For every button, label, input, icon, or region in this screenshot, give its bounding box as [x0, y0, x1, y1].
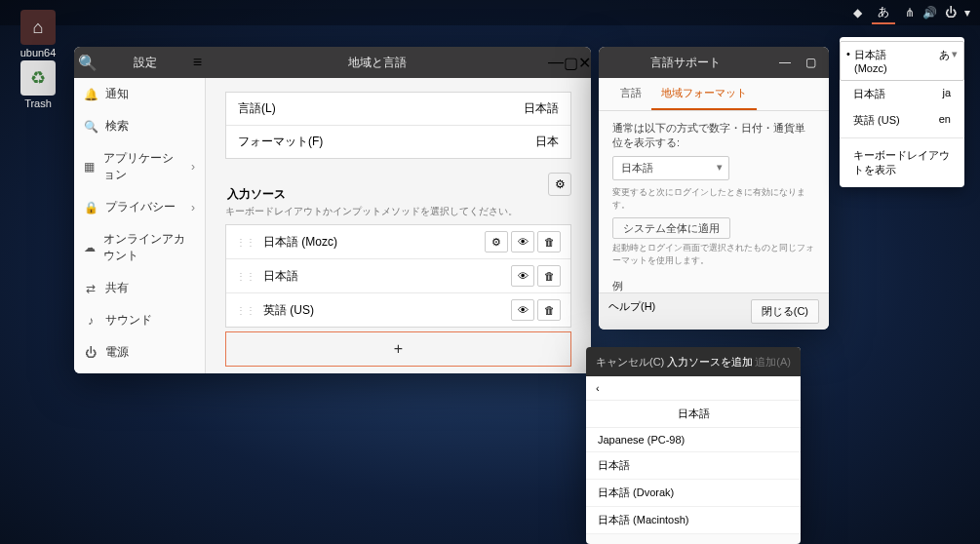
drag-handle-icon[interactable]: ⋮⋮ — [236, 305, 255, 316]
input-source-row: ⋮⋮日本語 (Mozc)⚙👁🗑 — [226, 225, 570, 259]
delete-button[interactable]: 🗑 — [537, 299, 561, 321]
settings-main: 言語(L) 日本語 フォーマット(F) 日本 入力ソース キーボードレイアウトか… — [206, 78, 591, 373]
im-label: 日本語 (Mozc) — [854, 48, 910, 74]
sidebar-icon: ▦ — [84, 160, 96, 174]
input-sources-list: ⋮⋮日本語 (Mozc)⚙👁🗑⋮⋮日本語👁🗑⋮⋮英語 (US)👁🗑 — [225, 224, 571, 328]
add-input-source-button[interactable]: + — [225, 331, 571, 367]
input-source-option[interactable]: 日本語 — [586, 452, 801, 480]
home-icon: ⌂ — [20, 10, 56, 45]
sidebar-label: オンラインアカウント — [103, 231, 195, 264]
trash-icon: ♻ — [20, 60, 56, 96]
menu-button[interactable]: ≡ — [193, 54, 202, 71]
minimize-button[interactable]: — — [548, 54, 564, 71]
power-icon[interactable]: ⏻ — [945, 6, 957, 19]
chevron-down-icon[interactable]: ▾ — [964, 6, 970, 19]
label: フォーマット(F) — [238, 134, 323, 150]
back-button[interactable]: ‹ — [586, 376, 801, 401]
add-input-source-body: ‹ 日本語 Japanese (PC-98)日本語日本語 (Dvorak)日本語… — [586, 376, 801, 534]
im-label: 英語 (US) — [853, 113, 900, 128]
im-option[interactable]: 日本語 (Mozc)あ — [840, 41, 964, 81]
format-row[interactable]: フォーマット(F) 日本 — [226, 126, 570, 158]
settings-title: 設定 — [98, 55, 193, 71]
sidebar-item[interactable]: 🔔通知 — [74, 78, 205, 110]
input-source-row: ⋮⋮英語 (US)👁🗑 — [226, 293, 570, 327]
input-source-option[interactable]: 日本語 (Macintosh) — [586, 507, 801, 534]
sidebar-label: 電源 — [105, 344, 129, 361]
im-code: ja — [942, 87, 951, 101]
maximize-button[interactable]: ▢ — [798, 53, 823, 72]
close-button[interactable]: 閉じる(C) — [751, 299, 819, 324]
sidebar-item[interactable]: 🖥ディスプレイ — [74, 369, 205, 373]
sidebar-icon: ♪ — [84, 314, 98, 328]
label: キーボードレイアウトを表示 — [853, 148, 951, 177]
input-source-option[interactable]: Japanese (PC-98) — [586, 428, 801, 452]
sidebar-label: アプリケーション — [103, 150, 183, 183]
search-button[interactable]: 🔍 — [78, 54, 98, 72]
window-title: 言語サポート — [599, 55, 772, 71]
language-row[interactable]: 言語(L) 日本語 — [226, 93, 570, 126]
sidebar-label: プライバシー — [105, 199, 176, 215]
apply-system-button[interactable]: システム全体に適用 — [612, 217, 730, 239]
option-label: 日本語 (Dvorak) — [598, 486, 674, 500]
im-option[interactable]: 英語 (US)en — [840, 107, 964, 134]
category-label: 日本語 — [586, 401, 801, 428]
settings-sidebar-header: 🔍 設定 ≡ — [74, 47, 206, 78]
desktop-icon-label: ubun64 — [14, 47, 62, 58]
show-keyboard-layout[interactable]: キーボードレイアウトを表示 — [840, 142, 964, 183]
language-support-window: 言語サポート — ▢ 言語 地域フォーマット 通常は以下の方式で数字・日付・通貨… — [599, 47, 829, 330]
tab-regional-format[interactable]: 地域フォーマット — [651, 78, 757, 110]
sidebar-item[interactable]: ♪サウンド — [74, 304, 205, 336]
volume-icon[interactable]: 🔊 — [922, 6, 937, 19]
format-select[interactable]: 日本語 — [612, 156, 729, 180]
view-layout-button[interactable]: 👁 — [511, 265, 534, 287]
view-layout-button[interactable]: 👁 — [511, 299, 534, 321]
example-label: 例 — [612, 279, 815, 293]
drag-handle-icon[interactable]: ⋮⋮ — [236, 237, 255, 248]
apply-note: 起動時とログイン画面で選択されたものと同じフォーマットを使用します。 — [612, 242, 815, 267]
desktop-icon-home[interactable]: ⌂ ubun64 — [14, 10, 62, 58]
add-button[interactable]: 追加(A) — [755, 355, 791, 369]
language-support-footer: ヘルプ(H) 閉じる(C) — [599, 292, 829, 330]
sidebar-item[interactable]: ⇄共有 — [74, 272, 205, 304]
im-option[interactable]: 日本語ja — [840, 81, 964, 107]
input-source-label: 英語 (US) — [263, 302, 508, 319]
input-source-row: ⋮⋮日本語👁🗑 — [226, 259, 570, 293]
close-button[interactable]: ✕ — [578, 54, 591, 72]
tab-language[interactable]: 言語 — [610, 78, 651, 110]
input-method-popup: 日本語 (Mozc)あ日本語ja英語 (US)en キーボードレイアウトを表示 — [840, 37, 964, 187]
minimize-button[interactable]: — — [772, 53, 798, 72]
format-desc: 通常は以下の方式で数字・日付・通貨単位を表示する: — [612, 121, 815, 150]
preferences-button[interactable]: ⚙ — [485, 231, 508, 253]
cancel-button[interactable]: キャンセル(C) — [596, 355, 664, 369]
sidebar-item[interactable]: ⏻電源 — [74, 336, 205, 369]
maximize-button[interactable]: ▢ — [564, 54, 578, 72]
sidebar-label: 共有 — [105, 280, 129, 296]
dialog-title: 入力ソースを追加 — [667, 355, 753, 369]
chevron-right-icon: › — [191, 201, 195, 214]
label: 言語(L) — [238, 100, 276, 117]
sidebar-label: 通知 — [105, 86, 129, 102]
input-sources-title: 入力ソース — [227, 186, 516, 203]
input-sources-settings-button[interactable]: ⚙ — [548, 173, 571, 196]
input-source-option[interactable]: 日本語 (Dvorak) — [586, 480, 801, 507]
view-layout-button[interactable]: 👁 — [511, 231, 534, 253]
input-sources-sub: キーボードレイアウトかインプットメソッドを選択してください。 — [225, 205, 518, 218]
desktop-icon-label: Trash — [14, 97, 62, 109]
network-icon[interactable]: ⋔ — [905, 6, 915, 19]
option-label: Japanese (PC-98) — [598, 434, 685, 446]
sidebar-item[interactable]: ☁オンラインアカウント — [74, 223, 205, 272]
delete-button[interactable]: 🗑 — [537, 231, 561, 253]
settings-window: 🔍 設定 ≡ 地域と言語 — ▢ ✕ 🔔通知🔍検索▦アプリケーション›🔒プライバ… — [74, 47, 591, 373]
delete-button[interactable]: 🗑 — [537, 265, 561, 287]
sidebar-item[interactable]: 🔍検索 — [74, 110, 205, 142]
help-button[interactable]: ヘルプ(H) — [608, 299, 655, 324]
sidebar-item[interactable]: 🔒プライバシー› — [74, 191, 205, 223]
desktop-icon-trash[interactable]: ♻ Trash — [14, 60, 62, 109]
input-source-label: 日本語 (Mozc) — [263, 234, 482, 251]
input-method-indicator[interactable]: あ — [872, 2, 895, 24]
sidebar-item[interactable]: ▦アプリケーション› — [74, 142, 205, 191]
input-source-label: 日本語 — [263, 268, 508, 285]
drag-handle-icon[interactable]: ⋮⋮ — [236, 271, 255, 282]
im-label: 日本語 — [853, 87, 885, 101]
sidebar-icon: ⇄ — [84, 282, 98, 295]
